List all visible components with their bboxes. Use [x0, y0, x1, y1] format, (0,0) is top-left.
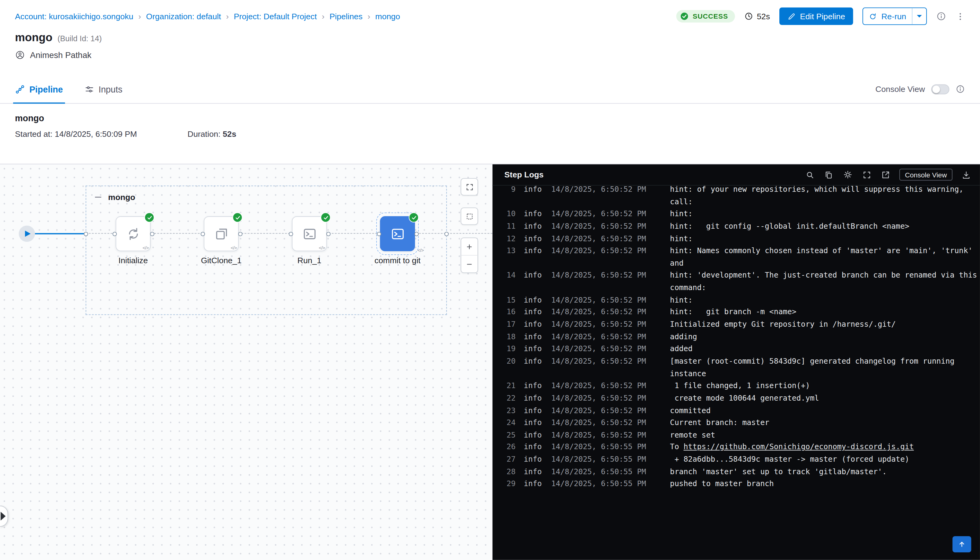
log-row: 10info14/8/2025, 6:50:52 PMhint: [493, 208, 980, 220]
log-message: Current branch: master [670, 417, 769, 429]
log-row: 29info14/8/2025, 6:50:55 PMpushed to mas… [493, 478, 980, 490]
log-level: info [524, 355, 543, 368]
kebab-menu-icon[interactable] [955, 12, 965, 21]
breadcrumb-link[interactable]: Pipelines [330, 12, 362, 21]
log-row: 22info14/8/2025, 6:50:52 PM create mode … [493, 392, 980, 405]
log-line-number: 17 [506, 319, 516, 331]
log-level: info [524, 208, 543, 220]
log-message: + 82a6dbb...5843d9c master -> master (fo… [670, 454, 910, 466]
pipeline-node-run_1[interactable]: </> [292, 216, 327, 251]
connector-dot [377, 232, 381, 236]
log-timestamp: 14/8/2025, 6:50:52 PM [551, 208, 649, 220]
node-label: GitClone_1 [201, 255, 242, 265]
console-view-controls: Console View [875, 84, 965, 94]
log-line-number: 24 [506, 417, 516, 429]
log-line-number: 21 [506, 380, 516, 392]
canvas-fit-selection-button[interactable] [460, 207, 478, 225]
log-message: hint: [670, 233, 693, 245]
log-message: committed [670, 405, 711, 417]
log-level [524, 368, 543, 380]
page-title: mongo [15, 31, 53, 44]
log-level: info [524, 294, 543, 306]
log-line-number [506, 196, 516, 208]
log-line-number: 16 [506, 307, 516, 319]
log-line-number: 28 [506, 466, 516, 478]
log-level: info [524, 454, 543, 466]
left-drawer-handle[interactable] [0, 506, 8, 527]
breadcrumb-link[interactable]: Organization: default [146, 12, 221, 21]
arrow-up-icon [957, 540, 966, 549]
info-icon[interactable] [936, 11, 947, 22]
log-level: info [524, 307, 543, 319]
terminal-icon [390, 226, 405, 242]
log-row: 28info14/8/2025, 6:50:55 PMbranch 'maste… [493, 466, 980, 478]
log-message: pushed to master branch [670, 478, 774, 490]
toggle-knob [932, 85, 940, 93]
log-timestamp: 14/8/2025, 6:50:52 PM [551, 220, 649, 233]
tab-pipeline[interactable]: Pipeline [15, 75, 63, 103]
pipeline-node-initialize[interactable]: </> [116, 216, 151, 251]
rerun-dropdown-button[interactable] [912, 8, 926, 25]
log-level: info [524, 417, 543, 429]
rerun-refresh-icon [869, 12, 877, 20]
step-logs-header: Step Logs [493, 164, 980, 186]
log-timestamp: 14/8/2025, 6:50:52 PM [551, 405, 649, 417]
log-settings-gear-icon[interactable] [843, 170, 853, 180]
log-url-link[interactable]: https://github.com/Sonichigo/economy-dis… [683, 443, 914, 452]
log-level: info [524, 331, 543, 343]
minus-icon [95, 197, 101, 198]
duration-value: 52s [757, 12, 770, 21]
log-copy-icon[interactable] [823, 170, 834, 180]
pipeline-node-commit-to-git[interactable]: </> [380, 216, 415, 251]
log-timestamp: 14/8/2025, 6:50:52 PM [551, 343, 649, 355]
console-view-toggle[interactable] [931, 84, 949, 94]
log-row: 27info14/8/2025, 6:50:55 PM + 82a6dbb...… [493, 454, 980, 466]
log-line-number: 26 [506, 442, 516, 454]
log-row: 15info14/8/2025, 6:50:52 PMhint: [493, 294, 980, 306]
log-timestamp: 14/8/2025, 6:50:52 PM [551, 417, 649, 429]
log-level: info [524, 233, 543, 245]
rerun-button[interactable]: Re-run [863, 8, 927, 25]
breadcrumb-link[interactable]: Account: kurosakiichigo.songoku [15, 12, 133, 21]
log-level [524, 257, 543, 270]
pipeline-node-gitclone_1[interactable]: </> [204, 216, 239, 251]
log-line-number: 19 [506, 343, 516, 355]
edit-pipeline-button[interactable]: Edit Pipeline [779, 8, 853, 25]
tab-inputs[interactable]: Inputs [84, 75, 122, 103]
pencil-icon [788, 12, 796, 20]
breadcrumb-link[interactable]: Project: Default Project [233, 12, 317, 21]
refresh-icon [125, 226, 141, 242]
log-row: 24info14/8/2025, 6:50:52 PMCurrent branc… [493, 417, 980, 429]
run-info-strip: mongo Started at: 14/8/2025, 6:50:09 PM … [0, 104, 980, 164]
log-level: info [524, 478, 543, 490]
log-search-icon[interactable] [805, 170, 815, 180]
log-line-number: 13 [506, 245, 516, 257]
zoom-out-button[interactable] [461, 255, 477, 272]
log-row: command: [493, 282, 980, 294]
status-label: SUCCESS [693, 13, 728, 20]
stage-collapse-button[interactable] [95, 193, 103, 201]
stage-name: mongo [108, 192, 135, 202]
log-open-external-icon[interactable] [880, 170, 890, 180]
log-fullscreen-icon[interactable] [862, 170, 872, 180]
log-timestamp: 14/8/2025, 6:50:52 PM [551, 270, 649, 282]
log-row: 26info14/8/2025, 6:50:55 PMTo https://gi… [493, 442, 980, 454]
tab-pipeline-label: Pipeline [29, 84, 63, 94]
selection-box-icon [465, 212, 474, 221]
connector-dot [112, 232, 117, 236]
harness-pipeline-execution-page: Account: kurosakiichigo.songoku›Organiza… [0, 0, 980, 560]
log-timestamp: 14/8/2025, 6:50:52 PM [551, 186, 649, 196]
log-timestamp: 14/8/2025, 6:50:55 PM [551, 454, 649, 466]
log-download-icon[interactable] [962, 170, 972, 180]
console-view-button[interactable]: Console View [899, 169, 953, 181]
pipeline-start-node[interactable] [18, 226, 35, 242]
log-rows[interactable]: 9info14/8/2025, 6:50:52 PMhint: of your … [493, 186, 980, 560]
log-line-number: 23 [506, 405, 516, 417]
zoom-in-button[interactable] [461, 238, 477, 255]
console-view-info-icon[interactable] [955, 84, 965, 94]
pipeline-icon [15, 84, 25, 94]
scroll-to-top-button[interactable] [953, 536, 971, 552]
log-level: info [524, 466, 543, 478]
breadcrumb-link[interactable]: mongo [375, 12, 400, 21]
canvas-fullscreen-button[interactable] [460, 178, 478, 195]
